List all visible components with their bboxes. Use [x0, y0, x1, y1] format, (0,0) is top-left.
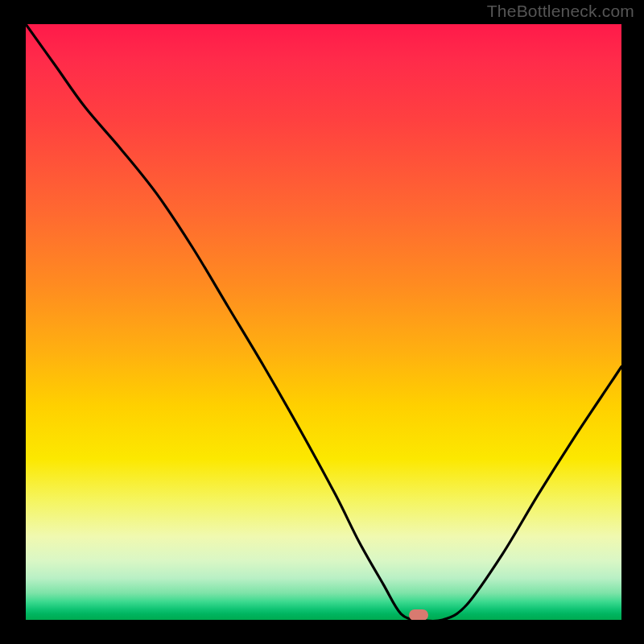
plot-area: [26, 24, 621, 620]
optimum-marker: [409, 609, 428, 620]
chart-frame: TheBottleneck.com: [0, 0, 644, 644]
watermark-text: TheBottleneck.com: [487, 2, 634, 21]
background-gradient: [26, 24, 621, 620]
